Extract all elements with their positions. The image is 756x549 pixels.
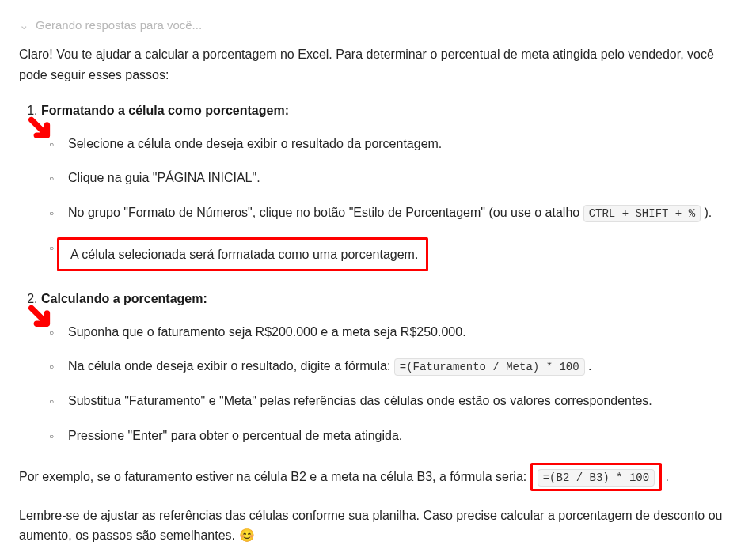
step-2-title: Calculando a porcentagem: bbox=[41, 292, 207, 305]
step-1-item-c-prefix: No grupo "Formato de Números", clique no… bbox=[68, 206, 583, 219]
step-2: ➜ Calculando a porcentagem: Suponha que … bbox=[41, 289, 737, 445]
chevron-down-icon: ⌄ bbox=[19, 16, 29, 35]
smile-emoji-icon: 😊 bbox=[239, 528, 255, 542]
example-prefix: Por exemplo, se o faturamento estiver na… bbox=[19, 470, 530, 483]
step-2-item-b-prefix: Na célula onde deseja exibir o resultado… bbox=[68, 359, 394, 373]
example-formula-code: =(B2 / B3) * 100 bbox=[538, 469, 655, 487]
step-1-item-d-wrapper: A célula selecionada será formatada como… bbox=[62, 237, 737, 272]
step-2-item-b-suffix: . bbox=[588, 359, 591, 373]
status-text: Gerando respostas para você... bbox=[36, 16, 202, 35]
step-1-title: Formatando a célula como porcentagem: bbox=[41, 104, 289, 117]
example-paragraph: Por exemplo, se o faturamento estiver na… bbox=[19, 463, 737, 491]
example-suffix: . bbox=[666, 470, 669, 483]
step-1-item-c-suffix: ). bbox=[705, 206, 712, 219]
step-1-item-d: A célula selecionada será formatada como… bbox=[59, 248, 418, 261]
step-2-sublist: Suponha que o faturamento seja R$200.000… bbox=[41, 322, 737, 445]
steps-list: ➜ Formatando a célula como porcentagem: … bbox=[19, 100, 737, 445]
step-1: ➜ Formatando a célula como porcentagem: … bbox=[41, 100, 737, 271]
formula-code: =(Faturamento / Meta) * 100 bbox=[394, 358, 585, 376]
step-2-item-b: Na célula onde deseja exibir o resultado… bbox=[62, 356, 737, 377]
shortcut-code: CTRL + SHIFT + % bbox=[583, 205, 701, 222]
step-1-item-b: Clique na guia "PÁGINA INICIAL". bbox=[62, 168, 737, 188]
step-1-sublist: Selecione a célula onde deseja exibir o … bbox=[41, 134, 737, 271]
generating-status: ⌄ Gerando respostas para você... bbox=[19, 16, 737, 35]
step-1-item-c: No grupo "Formato de Números", clique no… bbox=[62, 203, 737, 223]
highlight-annotation: A célula selecionada será formatada como… bbox=[57, 237, 428, 272]
step-1-item-a: Selecione a célula onde deseja exibir o … bbox=[62, 134, 737, 154]
closing-text: Lembre-se de ajustar as referências das … bbox=[19, 509, 723, 543]
step-2-item-a: Suponha que o faturamento seja R$200.000… bbox=[62, 322, 737, 343]
step-2-item-d: Pressione "Enter" para obter o percentua… bbox=[62, 426, 737, 446]
highlight-annotation: =(B2 / B3) * 100 bbox=[530, 463, 662, 491]
closing-paragraph: Lembre-se de ajustar as referências das … bbox=[19, 505, 737, 546]
step-2-item-c: Substitua "Faturamento" e "Meta" pelas r… bbox=[62, 391, 737, 411]
intro-paragraph: Claro! Vou te ajudar a calcular a porcen… bbox=[19, 44, 737, 85]
